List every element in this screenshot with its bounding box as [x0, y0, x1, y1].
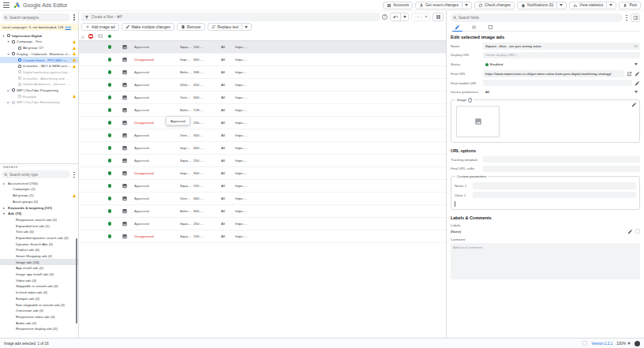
- campaign-tree-item[interactable]: ▾ Display - Outbound - Maximise click...: [0, 51, 78, 58]
- tracking-template-field[interactable]: [483, 156, 640, 163]
- replace-text-button[interactable]: Replace text: [208, 23, 253, 31]
- entity-type-item[interactable]: Dynamic Search Ads (0): [0, 241, 78, 247]
- tree-expander-icon[interactable]: ▾: [6, 39, 10, 43]
- campaign-tree-item[interactable]: In-market - SEO & SEM services: [0, 63, 78, 69]
- edit-labels-icon[interactable]: [627, 229, 633, 234]
- search-entity-type-box[interactable]: [2, 170, 70, 178]
- entity-type-item[interactable]: Asset groups (0): [0, 199, 78, 205]
- columns-view-button[interactable]: [433, 13, 443, 21]
- table-row[interactable]: Approved Square ... 250 x 2... All https…: [79, 218, 446, 230]
- make-multiple-changes-button[interactable]: Make multiple changes: [122, 23, 174, 31]
- table-row[interactable]: Approved Behring... 336 x 2... All https…: [79, 66, 446, 79]
- undo-button[interactable]: [391, 13, 400, 21]
- campaign-tree-item[interactable]: ▸ IMP | YouTube Remarketing: [0, 99, 78, 106]
- tree-expander-icon[interactable]: ▸: [6, 88, 10, 92]
- open-in-new-icon[interactable]: [627, 71, 632, 77]
- tree-expander-icon[interactable]: ▾: [2, 34, 6, 38]
- entity-type-item[interactable]: Expanded text ads (1): [0, 223, 78, 229]
- list-expander-icon[interactable]: ▸: [3, 181, 6, 185]
- status-column-header-icon[interactable]: [105, 35, 114, 38]
- tab-details[interactable]: [469, 24, 479, 31]
- custom-param-value-field[interactable]: [473, 192, 636, 199]
- search-campaigns-input[interactable]: [9, 16, 68, 20]
- create-filter-box[interactable]: [81, 13, 380, 21]
- final-url-suffix-field[interactable]: [483, 166, 640, 173]
- campaigns-kebab-icon[interactable]: [73, 17, 75, 18]
- help-icon[interactable]: [382, 14, 388, 20]
- entity-type-item[interactable]: Campaigns (1): [0, 186, 78, 193]
- list-expander-icon[interactable]: ▸: [3, 206, 6, 210]
- toggle-panel-button[interactable]: [631, 13, 640, 22]
- table-row[interactable]: Approved Vertical... 300 x 6... All http…: [79, 129, 446, 142]
- table-row[interactable]: Disapproved Impres... 300 x 6... All htt…: [79, 167, 446, 180]
- name-field[interactable]: Square - blue - are you seeing value 36: [483, 43, 640, 50]
- comment-column-header-icon[interactable]: [95, 34, 105, 39]
- undo-caret[interactable]: [400, 13, 408, 21]
- expand-chevron-icon[interactable]: [455, 201, 455, 207]
- entity-type-item[interactable]: Expanded dynamic search ads (0): [0, 235, 78, 241]
- entity-type-item[interactable]: Responsive video ads (0): [0, 314, 78, 320]
- entity-type-item[interactable]: Text ads (0): [0, 229, 78, 235]
- entity-type-item[interactable]: App install ads (0): [0, 265, 78, 271]
- notifications-caret[interactable]: [556, 2, 563, 9]
- disapproved-column-header-icon[interactable]: [87, 34, 95, 39]
- tab-edit[interactable]: [452, 24, 462, 31]
- table-row[interactable]: Approved Vertical... 300 x 6... All http…: [79, 92, 446, 104]
- version-link[interactable]: Version 2.2.1: [591, 342, 612, 346]
- table-row[interactable]: Approved Behring... 300 x 2... All https…: [79, 205, 446, 218]
- campaign-tree-item[interactable]: ▾ Campaign - Test: [0, 39, 78, 45]
- campaign-tree-item[interactable]: Digital marketing agency keywords: [0, 69, 78, 76]
- entity-type-item[interactable]: ▸ Keywords & targeting (111): [0, 204, 78, 211]
- table-row[interactable]: Disapproved Impres... 250 x 2... All htt…: [79, 117, 446, 129]
- accounts-button[interactable]: Accounts: [383, 2, 413, 9]
- entity-type-item[interactable]: ▸ Account-level (700): [0, 180, 78, 186]
- feedback-icon[interactable]: [635, 341, 640, 346]
- campaign-tree-item[interactable]: In-market - Advertising and Marketing...: [0, 75, 78, 81]
- table-row[interactable]: Approved Square ... 250 x 2... All https…: [79, 180, 446, 193]
- get-recent-changes-caret[interactable]: [462, 2, 468, 9]
- get-recent-changes-button[interactable]: Get recent changes: [415, 2, 472, 9]
- banner-edit-link[interactable]: Edit: [66, 25, 71, 29]
- campaign-tree-item[interactable]: ▸ IMP | YouTube Prospecting: [0, 88, 78, 94]
- table-row[interactable]: Disapproved Square ... 250 x 2... All ht…: [79, 230, 446, 243]
- entity-type-item[interactable]: Smart Shopping ads (0): [0, 253, 78, 260]
- campaign-tree-item[interactable]: Similar Audiences - Service Pages: [0, 81, 78, 88]
- redo-caret[interactable]: [421, 13, 429, 21]
- search-campaigns-box[interactable]: [2, 13, 70, 21]
- final-mobile-url-field[interactable]: [483, 80, 632, 87]
- warning-column-header-icon[interactable]: △: [79, 34, 87, 39]
- table-row[interactable]: Disapproved Impres... 300 x 6... All htt…: [79, 54, 446, 66]
- display-url-field[interactable]: <enter display URL>: [483, 52, 640, 59]
- device-preference-select[interactable]: All: [483, 88, 640, 95]
- tree-expander-icon[interactable]: ▾: [6, 52, 10, 56]
- entity-type-item[interactable]: Image app install ads (0): [0, 271, 78, 278]
- edit-mobile-url-icon[interactable]: [635, 80, 640, 86]
- menu-icon[interactable]: [3, 2, 9, 8]
- zoom-control[interactable]: 100%: [616, 342, 631, 346]
- entity-type-item[interactable]: Ad groups (1): [0, 193, 78, 199]
- image-help-icon[interactable]: [468, 98, 473, 103]
- image-thumbnail[interactable]: [456, 106, 500, 137]
- tree-expander-icon[interactable]: ▸: [6, 100, 10, 104]
- entity-type-item[interactable]: Responsive search ads (0): [0, 217, 78, 223]
- status-select[interactable]: Enabled: [483, 61, 640, 68]
- redo-button[interactable]: [412, 13, 421, 21]
- entity-type-item[interactable]: Non-skippable in-stream ads (0): [0, 301, 78, 308]
- search-entity-type-input[interactable]: [9, 173, 68, 177]
- post-button[interactable]: Post: [619, 2, 641, 9]
- left-scrollbar[interactable]: [76, 238, 78, 324]
- view-statistics-caret[interactable]: [606, 2, 612, 9]
- entity-type-item[interactable]: Bumper ads (0): [0, 296, 78, 302]
- entity-type-item[interactable]: ▾ Ads (76): [0, 211, 78, 217]
- entity-type-item[interactable]: Skippable in-stream ads (0): [0, 283, 78, 290]
- entity-type-item[interactable]: In-feed video ads (0): [0, 290, 78, 296]
- entity-type-item[interactable]: Audio ads (0): [0, 320, 78, 326]
- entity-type-item[interactable]: Image ads (16): [0, 259, 78, 265]
- view-statistics-button[interactable]: View statistics: [569, 2, 616, 9]
- tab-preview[interactable]: [485, 24, 496, 31]
- table-row[interactable]: Approved Square ... 250 x 2... All https…: [79, 41, 446, 54]
- entity-type-item[interactable]: Product ads (0): [0, 247, 78, 253]
- comment-textarea[interactable]: [451, 243, 640, 279]
- table-row[interactable]: Approved Vertical... 300 x 6... All http…: [79, 193, 446, 205]
- fields-kebab-icon[interactable]: [626, 17, 627, 19]
